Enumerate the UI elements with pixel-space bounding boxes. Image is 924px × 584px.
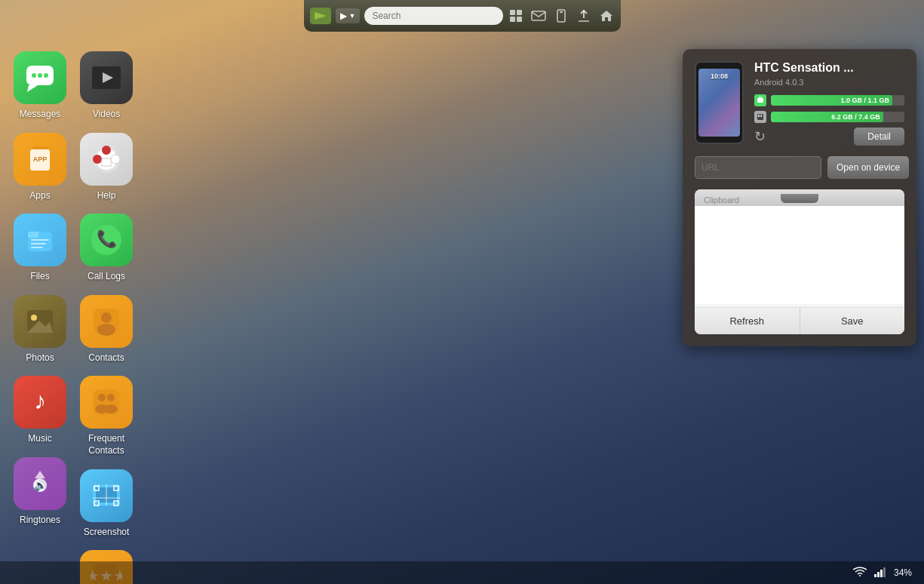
help-label: Help	[97, 190, 116, 202]
store-button[interactable]: ▶ ▼	[336, 8, 361, 23]
app-columns: Messages APP Apps	[8, 45, 140, 584]
app-item-files[interactable]: Files	[8, 207, 72, 289]
app-item-calllogs[interactable]: 📞 Call Logs	[72, 207, 140, 289]
ram-storage-row: 1.0 GB / 1.1 GB	[754, 94, 904, 106]
contacts-icon	[80, 295, 133, 348]
ram-label: 1.0 GB / 1.1 GB	[841, 97, 890, 104]
device-os: Android 4.0.3	[754, 78, 904, 87]
device-info: 10:08 HTC Sensation ... Android 4.0.3 1.…	[695, 61, 904, 146]
apps-label: Apps	[29, 190, 50, 202]
mail-icon[interactable]	[530, 8, 547, 24]
svg-point-56	[104, 404, 118, 413]
files-icon	[14, 214, 66, 266]
svg-point-44	[111, 155, 120, 164]
svg-rect-25	[32, 146, 48, 149]
app-item-music[interactable]: ♪ Music	[8, 370, 72, 451]
app-col-2: Videos Help	[72, 45, 140, 584]
photos-icon	[14, 295, 66, 348]
svg-rect-74	[874, 574, 876, 577]
save-button[interactable]: Save	[800, 308, 905, 334]
app-item-frequentcontacts[interactable]: Frequent Contacts	[72, 370, 140, 463]
store-icon: ▶	[340, 11, 347, 21]
upload-icon[interactable]	[576, 8, 592, 24]
svg-marker-9	[600, 11, 612, 21]
svg-text:🔊: 🔊	[34, 479, 48, 492]
messages-icon	[14, 51, 66, 104]
svg-rect-31	[31, 247, 43, 248]
svg-rect-7	[560, 11, 563, 13]
sd-bar-container: 6.2 GB / 7.4 GB	[771, 112, 904, 122]
svg-text:APP: APP	[33, 155, 48, 163]
url-input[interactable]	[695, 156, 821, 179]
signal-icon	[874, 567, 886, 579]
svg-rect-72	[760, 115, 760, 117]
clipboard-header: Clipboard	[695, 189, 904, 206]
sd-bar: 6.2 GB / 7.4 GB	[771, 112, 883, 122]
svg-point-51	[97, 324, 115, 336]
svg-rect-4	[517, 17, 522, 22]
svg-rect-68	[759, 97, 760, 98]
device-details: HTC Sensation ... Android 4.0.3 1.0 GB /…	[754, 61, 904, 146]
apps-icon: APP	[14, 133, 66, 186]
app-item-help[interactable]: Help	[72, 127, 140, 208]
ram-bar-container: 1.0 GB / 1.1 GB	[771, 95, 904, 106]
music-icon: ♪	[14, 376, 66, 429]
svg-marker-38	[35, 471, 45, 478]
app-item-videos[interactable]: Videos	[72, 45, 140, 127]
svg-rect-28	[28, 232, 38, 238]
svg-point-54	[107, 394, 115, 401]
device-name: HTC Sensation ...	[754, 61, 904, 75]
app-grid-container: Messages APP Apps	[8, 45, 140, 584]
home-icon[interactable]	[598, 8, 615, 24]
svg-rect-3	[510, 17, 515, 22]
grid-icon[interactable]	[508, 8, 524, 24]
app-item-apps[interactable]: APP Apps	[8, 127, 72, 208]
svg-point-22	[38, 73, 42, 78]
device-screen-time: 10:08	[711, 72, 728, 80]
svg-point-21	[32, 73, 36, 78]
svg-rect-71	[758, 115, 759, 117]
svg-rect-2	[517, 10, 522, 15]
device-panel: 10:08 HTC Sensation ... Android 4.0.3 1.…	[683, 49, 916, 346]
svg-point-45	[93, 155, 102, 164]
app-item-ringtones[interactable]: 🔊 Ringtones	[8, 451, 72, 533]
svg-point-53	[98, 394, 106, 401]
videos-label: Videos	[93, 109, 120, 121]
phone-icon[interactable]	[553, 8, 569, 24]
device-image: 10:08	[695, 61, 744, 144]
ram-bar: 1.0 GB / 1.1 GB	[771, 95, 892, 106]
open-on-device-button[interactable]: Open on device	[827, 156, 909, 179]
toolbar-icons	[508, 8, 615, 24]
music-label: Music	[28, 433, 51, 445]
files-label: Files	[30, 271, 49, 283]
sd-storage-row: 6.2 GB / 7.4 GB	[754, 111, 904, 123]
screenshot-label: Screenshot	[84, 527, 130, 539]
clipboard-section: Clipboard Refresh Save	[695, 189, 904, 334]
svg-text:♪: ♪	[34, 387, 46, 414]
app-item-messages[interactable]: Messages	[8, 45, 72, 127]
battery-level: 34%	[894, 567, 912, 578]
device-actions: ↻ Detail	[754, 128, 904, 146]
app-item-screenshot[interactable]: Screenshot	[72, 463, 140, 545]
frequentcontacts-icon	[80, 376, 133, 429]
frequentcontacts-label: Frequent Contacts	[88, 433, 124, 456]
photos-label: Photos	[26, 352, 54, 364]
svg-rect-29	[31, 239, 49, 241]
messages-label: Messages	[20, 109, 61, 121]
search-input[interactable]	[364, 7, 502, 25]
svg-rect-46	[102, 158, 111, 166]
app-item-contacts[interactable]: Contacts	[72, 289, 140, 370]
app-col-1: Messages APP Apps	[8, 45, 72, 584]
app-item-photos[interactable]: Photos	[8, 289, 72, 370]
sd-label: 6.2 GB / 7.4 GB	[831, 113, 880, 121]
refresh-button[interactable]: Refresh	[695, 308, 800, 334]
svg-rect-76	[880, 570, 883, 577]
app-logo	[310, 8, 331, 24]
detail-button[interactable]: Detail	[854, 128, 904, 146]
clipboard-textarea[interactable]	[695, 206, 904, 304]
svg-point-23	[44, 73, 48, 78]
svg-point-50	[101, 312, 112, 323]
ram-icon	[754, 94, 766, 106]
device-refresh-icon[interactable]: ↻	[754, 128, 766, 145]
ringtones-label: Ringtones	[20, 515, 60, 527]
